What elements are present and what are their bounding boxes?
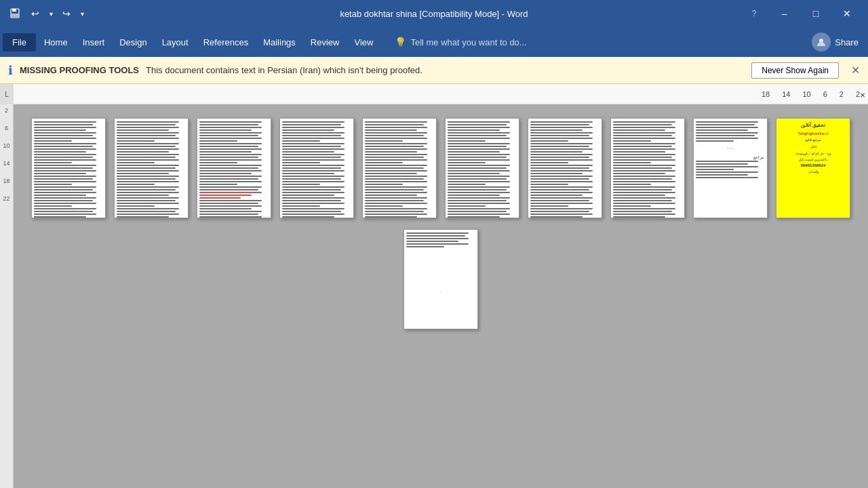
document-canvas: 2 6 10 14 18 22 <box>0 104 868 488</box>
pages-area: · · · مراجع تحقیق آنلاین Tahghighonline.… <box>14 104 868 488</box>
page-thumb-6[interactable] <box>445 118 519 218</box>
restore-button[interactable]: □ <box>800 0 831 27</box>
notification-title: MISSING PROOFING TOOLS <box>20 65 139 75</box>
page-thumb-2[interactable] <box>114 118 189 218</box>
page-thumb-5[interactable] <box>362 118 437 218</box>
references-menu[interactable]: References <box>197 33 255 52</box>
vertical-ruler: 2 6 10 14 18 22 <box>0 104 14 488</box>
notification-message: This document contains text in Persian (… <box>146 65 422 75</box>
design-menu[interactable]: Design <box>113 33 153 52</box>
ruler-bar: L 18 14 10 6 2 2 ✕ <box>0 84 868 104</box>
save-icon[interactable] <box>5 4 24 23</box>
layout-menu[interactable]: Layout <box>155 33 195 52</box>
ruler-corner: L <box>0 84 14 104</box>
notification-close-button[interactable]: ✕ <box>851 64 860 77</box>
pages-row-2: · <box>403 229 478 329</box>
help-icon[interactable]: ? <box>745 4 764 23</box>
tell-me-search[interactable]: 💡 Tell me what you want to do... <box>395 37 526 47</box>
quick-access-toolbar: ↩ ▾ ↪ ▾ <box>5 4 87 23</box>
info-icon: ℹ <box>8 63 13 78</box>
svg-rect-2 <box>12 14 18 17</box>
customize-qat-icon[interactable]: ▾ <box>77 4 87 23</box>
title-bar: ↩ ▾ ↪ ▾ ketab dokhtar shina [Compatibili… <box>0 0 868 27</box>
user-avatar <box>812 33 831 52</box>
file-menu[interactable]: File <box>3 33 36 52</box>
window-controls: ? – □ ✕ <box>745 0 863 27</box>
never-show-again-button[interactable]: Never Show Again <box>751 62 839 79</box>
minimize-button[interactable]: – <box>769 0 800 27</box>
undo-dropdown-icon[interactable]: ▾ <box>46 4 56 23</box>
home-menu[interactable]: Home <box>37 33 75 52</box>
view-menu[interactable]: View <box>347 33 380 52</box>
svg-rect-1 <box>12 9 16 12</box>
page-thumb-9[interactable]: · · · مراجع <box>693 118 768 218</box>
lightbulb-icon: 💡 <box>395 37 406 47</box>
mailings-menu[interactable]: Mailings <box>256 33 302 52</box>
review-menu[interactable]: Review <box>304 33 347 52</box>
horizontal-ruler: 18 14 10 6 2 2 ✕ <box>762 90 863 98</box>
share-button[interactable]: Share <box>805 30 865 54</box>
page-thumb-11[interactable]: · <box>403 229 478 329</box>
menu-bar: File Home Insert Design Layout Reference… <box>0 27 868 57</box>
page-thumb-10[interactable]: تحقیق آنلاین Tahghighonline.ir مرجع دانل… <box>776 118 850 218</box>
title-bar-left: ↩ ▾ ↪ ▾ <box>5 4 87 23</box>
page-thumb-4[interactable] <box>279 118 354 218</box>
notification-bar: ℹ MISSING PROOFING TOOLS This document c… <box>0 57 868 84</box>
page-thumb-8[interactable] <box>610 118 685 218</box>
page-thumb-1[interactable] <box>31 118 106 218</box>
redo-icon[interactable]: ↪ <box>57 4 76 23</box>
pages-row-1: · · · مراجع تحقیق آنلاین Tahghighonline.… <box>31 118 850 218</box>
page-thumb-7[interactable] <box>528 118 602 218</box>
close-button[interactable]: ✕ <box>831 0 863 27</box>
page-thumb-3[interactable] <box>197 118 271 218</box>
insert-menu[interactable]: Insert <box>76 33 112 52</box>
undo-icon[interactable]: ↩ <box>26 4 45 23</box>
window-title: ketab dokhtar shina [Compatibility Mode]… <box>340 7 528 20</box>
ruler-corner-icon: L <box>5 91 9 98</box>
